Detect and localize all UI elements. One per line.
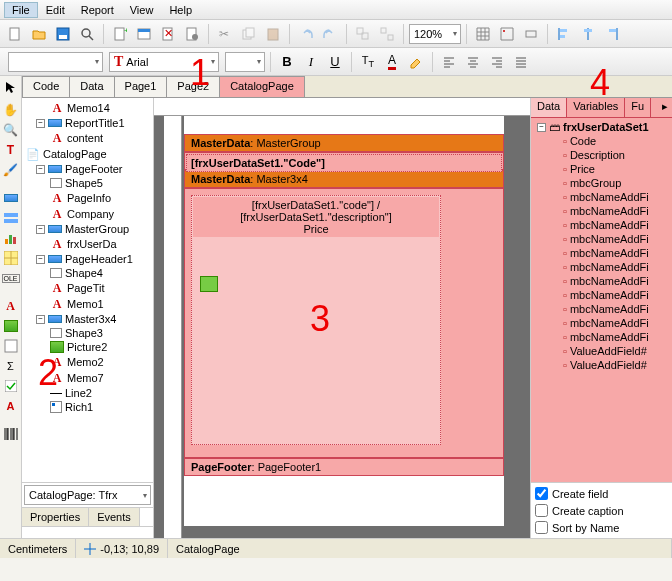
menu-edit[interactable]: Edit [38, 2, 73, 18]
zoom-tool-icon[interactable]: 🔍 [2, 121, 20, 139]
check-create-caption[interactable]: Create caption [531, 502, 672, 519]
save-icon[interactable] [52, 23, 74, 45]
data-field[interactable]: ▫Price [531, 162, 672, 176]
tree-item[interactable]: Shape4 [22, 266, 153, 280]
band-mastergroup-body[interactable]: [frxUserDataSet1."Code"] [184, 152, 504, 170]
data-field[interactable]: ▫mbcNameAddFi [531, 232, 672, 246]
delete-page-icon[interactable]: ✕ [157, 23, 179, 45]
tab-page1[interactable]: Page1 [114, 76, 168, 97]
tree-item[interactable]: AMemo7 [22, 370, 153, 386]
band-tool-icon[interactable] [2, 189, 20, 207]
redo-icon[interactable] [319, 23, 341, 45]
memo-cell[interactable]: [frxUserDataSet1."code"] / [frxUserDataS… [193, 197, 439, 237]
tree-item[interactable]: Picture2 [22, 340, 153, 354]
tree-item[interactable]: APageInfo [22, 190, 153, 206]
menu-file[interactable]: File [4, 2, 38, 18]
picture-tool-icon[interactable] [2, 317, 20, 335]
data-field[interactable]: ▫ValueAddField# [531, 344, 672, 358]
data-field[interactable]: ▫Code [531, 134, 672, 148]
data-field[interactable]: ▫mbcNameAddFi [531, 302, 672, 316]
tree-item[interactable]: AfrxUserDa [22, 236, 153, 252]
rich-tool-icon[interactable]: A [2, 397, 20, 415]
tree-item[interactable]: APageTit [22, 280, 153, 296]
grid-icon[interactable] [472, 23, 494, 45]
text-center-icon[interactable] [462, 51, 484, 73]
tree-item[interactable]: Acontent [22, 130, 153, 146]
tab-code[interactable]: Code [22, 76, 70, 97]
select-tool-icon[interactable] [2, 78, 20, 96]
italic-icon[interactable]: I [300, 51, 322, 73]
new-icon[interactable] [4, 23, 26, 45]
band-mastergroup-header[interactable]: MasterData: MasterGroup [184, 134, 504, 152]
tree-item[interactable]: ACompany [22, 206, 153, 222]
picture-placeholder[interactable] [200, 276, 218, 292]
bold-icon[interactable]: B [276, 51, 298, 73]
tab-events[interactable]: Events [89, 508, 140, 526]
check-sort-by-name[interactable]: Sort by Name [531, 519, 672, 536]
fit-grid-icon[interactable] [520, 23, 542, 45]
align-left-icon[interactable] [553, 23, 575, 45]
tab-page2[interactable]: Page2 [166, 76, 220, 97]
tab-catalogpage[interactable]: CatalogPage [219, 76, 305, 97]
tab-scroll-right-icon[interactable]: ▸ [658, 98, 672, 117]
tab-properties[interactable]: Properties [22, 508, 89, 526]
tab-data-right[interactable]: Data [531, 98, 567, 117]
menu-view[interactable]: View [122, 2, 162, 18]
tree-item[interactable]: AMemo14 [22, 100, 153, 116]
tree-item[interactable]: AMemo1 [22, 296, 153, 312]
insert-band-icon[interactable] [2, 209, 20, 227]
tree-item[interactable]: −ReportTitle1 [22, 116, 153, 130]
tree-item[interactable]: −PageHeader1 [22, 252, 153, 266]
tree-item[interactable]: Shape5 [22, 176, 153, 190]
band-master3x4-body[interactable]: [frxUserDataSet1."code"] / [frxUserDataS… [184, 188, 504, 458]
check-create-field[interactable]: Create field [531, 485, 672, 502]
data-tree[interactable]: −🗃frxUserDataSet1 ▫Code▫Description▫Pric… [531, 118, 672, 482]
menu-report[interactable]: Report [73, 2, 122, 18]
font-combo[interactable]: TArial [109, 52, 219, 72]
data-field[interactable]: ▫mbcNameAddFi [531, 316, 672, 330]
underline-icon[interactable]: U [324, 51, 346, 73]
data-field[interactable]: ▫mbcNameAddFi [531, 260, 672, 274]
style-combo[interactable] [8, 52, 103, 72]
data-field[interactable]: ▫mbcNameAddFi [531, 288, 672, 302]
sysmemo-tool-icon[interactable]: Σ [2, 357, 20, 375]
format-tool-icon[interactable]: 🖌️ [2, 161, 20, 179]
preview-icon[interactable] [76, 23, 98, 45]
band-master3x4-header[interactable]: MasterData: Master3x4 [184, 170, 504, 188]
object-combo[interactable]: CatalogPage: Tfrx [24, 485, 151, 505]
ungroup-icon[interactable] [376, 23, 398, 45]
tree-item[interactable]: AMemo2 [22, 354, 153, 370]
data-field[interactable]: ▫Description [531, 148, 672, 162]
font-settings-icon[interactable]: TT [357, 51, 379, 73]
cut-icon[interactable]: ✂ [214, 23, 236, 45]
subreport-tool-icon[interactable] [2, 337, 20, 355]
data-field[interactable]: ▫mbcNameAddFi [531, 204, 672, 218]
data-field[interactable]: ▫mbcNameAddFi [531, 246, 672, 260]
undo-icon[interactable] [295, 23, 317, 45]
tree-item[interactable]: Rich1 [22, 400, 153, 414]
tree-item[interactable]: −PageFooter [22, 162, 153, 176]
data-field[interactable]: ▫mbcNameAddFi [531, 218, 672, 232]
checkbox-tool-icon[interactable] [2, 377, 20, 395]
barcode-tool-icon[interactable] [2, 425, 20, 443]
design-canvas[interactable]: MasterData: MasterGroup [frxUserDataSet1… [154, 98, 530, 538]
tree-item[interactable]: −Master3x4 [22, 312, 153, 326]
text-right-icon[interactable] [486, 51, 508, 73]
data-root[interactable]: −🗃frxUserDataSet1 [531, 120, 672, 134]
group-icon[interactable] [352, 23, 374, 45]
data-field[interactable]: ▫mbcGroup [531, 176, 672, 190]
open-icon[interactable] [28, 23, 50, 45]
text-left-icon[interactable] [438, 51, 460, 73]
zoom-combo[interactable]: 120% [409, 24, 461, 44]
data-field[interactable]: ▫ValueAddField# [531, 358, 672, 372]
paste-icon[interactable] [262, 23, 284, 45]
crosstab-tool-icon[interactable] [2, 249, 20, 267]
hand-tool-icon[interactable]: ✋ [2, 101, 20, 119]
tree-item[interactable]: Line2 [22, 386, 153, 400]
tab-data[interactable]: Data [69, 76, 114, 97]
tree-item[interactable]: Shape3 [22, 326, 153, 340]
tab-variables[interactable]: Variables [567, 98, 625, 117]
chart-tool-icon[interactable] [2, 229, 20, 247]
tab-functions[interactable]: Fu [625, 98, 651, 117]
font-color-icon[interactable]: A [381, 51, 403, 73]
